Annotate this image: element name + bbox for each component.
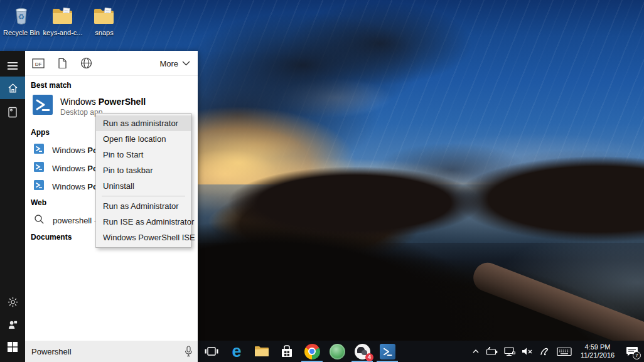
recycle-bin-icon: ♻	[9, 4, 34, 28]
start-button[interactable]	[0, 336, 25, 358]
rail-journal-button[interactable]	[0, 101, 25, 124]
globe-filter-icon	[80, 57, 92, 69]
clock-date: 11/21/2016	[581, 351, 614, 359]
menu-item-run-ise-as-administrator[interactable]: Run ISE as Administrator	[96, 214, 191, 230]
desktop: ♻ Recycle Bin keys-and-c...	[0, 0, 644, 362]
pen-icon	[539, 346, 551, 357]
powershell-icon	[34, 180, 44, 193]
powershell-icon	[33, 95, 53, 117]
rail-feedback-button[interactable]	[0, 313, 25, 336]
journal-icon	[8, 107, 18, 118]
app-result-text: Windows	[52, 182, 87, 191]
clock-time: 4:59 PM	[581, 343, 614, 351]
app-result-text: Windows	[52, 164, 87, 173]
powershell-icon	[380, 344, 395, 359]
folder-icon	[92, 4, 117, 28]
keyboard-icon	[557, 346, 572, 357]
menu-separator	[102, 196, 185, 196]
search-rail	[0, 51, 25, 362]
tray-windows-ink[interactable]	[536, 341, 554, 362]
green-app-icon	[330, 344, 345, 359]
menu-item-pin-to-start[interactable]: Pin to Start	[96, 147, 191, 162]
filter-web-button[interactable]	[75, 54, 97, 73]
web-section-label: Web	[31, 198, 46, 207]
tray-volume-muted[interactable]	[518, 341, 536, 362]
menu-item-run-as-administrator-2[interactable]: Run as Administrator	[96, 198, 191, 214]
desktop-icons: ♻ Recycle Bin keys-and-c...	[4, 4, 122, 36]
tray-battery[interactable]	[483, 341, 501, 362]
hamburger-icon	[7, 61, 18, 70]
search-icon	[34, 214, 45, 227]
battery-icon	[486, 346, 498, 356]
rail-home-button[interactable]	[0, 77, 25, 99]
desktop-icon-label: Recycle Bin	[3, 29, 40, 36]
tray-clock[interactable]: 4:59 PM 11/21/2016	[575, 341, 620, 362]
chrome-button[interactable]	[299, 341, 325, 362]
search-input[interactable]	[25, 347, 179, 356]
hamburger-menu-button[interactable]	[0, 55, 25, 77]
chrome-icon	[304, 344, 320, 359]
svg-text:♻: ♻	[18, 13, 25, 21]
desktop-icon-snaps-folder[interactable]: snaps	[87, 4, 122, 36]
filter-apps-button[interactable]: DF	[28, 54, 49, 73]
chat-app-button[interactable]: 4	[350, 341, 375, 362]
store-icon	[279, 344, 294, 359]
desktop-icon-label: snaps	[95, 29, 113, 36]
speaker-muted-icon	[521, 346, 534, 356]
apps-filter-icon: DF	[32, 58, 45, 68]
rail-settings-button[interactable]	[0, 290, 25, 313]
notification-badge: 4	[365, 353, 373, 361]
action-center-button[interactable]: 7	[620, 341, 644, 362]
desktop-icon-keys-folder[interactable]: keys-and-c...	[45, 4, 80, 36]
more-label: More	[159, 59, 178, 68]
result-title-bold: PowerShell	[99, 97, 146, 107]
green-app-button[interactable]	[325, 341, 350, 362]
powershell-taskbar-button[interactable]	[375, 341, 400, 362]
menu-item-windows-powershell-ise[interactable]: Windows PowerShell ISE	[96, 230, 191, 245]
tray-show-hidden-icons[interactable]	[468, 341, 483, 362]
windows-logo-icon	[8, 342, 18, 352]
task-view-button[interactable]	[199, 341, 224, 362]
feedback-person-icon	[8, 319, 18, 330]
search-box	[25, 341, 198, 362]
action-center-badge: 7	[633, 351, 641, 359]
menu-item-run-as-administrator[interactable]: Run as administrator	[96, 115, 191, 131]
search-filter-bar: DF More	[25, 51, 198, 76]
context-menu: Run as administrator Open file location …	[95, 113, 191, 248]
folder-icon	[50, 4, 75, 28]
file-explorer-button[interactable]	[249, 341, 274, 362]
store-button[interactable]	[274, 341, 299, 362]
web-result-query: powershell	[53, 216, 92, 225]
system-tray: 4:59 PM 11/21/2016 7	[468, 341, 644, 362]
home-icon	[8, 83, 18, 93]
menu-item-open-file-location[interactable]: Open file location	[96, 131, 191, 147]
menu-item-pin-to-taskbar[interactable]: Pin to taskbar	[96, 162, 191, 178]
task-view-icon	[204, 344, 219, 359]
tray-network[interactable]	[501, 341, 518, 362]
microphone-icon[interactable]	[179, 346, 198, 357]
gear-icon	[8, 297, 18, 307]
svg-text:DF: DF	[35, 61, 42, 67]
desktop-icon-label: keys-and-c...	[43, 29, 83, 36]
desktop-icon-recycle-bin[interactable]: ♻ Recycle Bin	[4, 4, 39, 36]
powershell-icon	[34, 144, 44, 156]
menu-item-uninstall[interactable]: Uninstall	[96, 178, 191, 194]
app-result-text: Windows	[52, 146, 87, 155]
documents-section-label: Documents	[31, 233, 72, 242]
chevron-up-icon	[471, 347, 480, 356]
best-match-label: Best match	[31, 81, 72, 90]
file-explorer-icon	[254, 344, 270, 359]
document-filter-icon	[58, 58, 67, 69]
result-title: Windows	[60, 97, 99, 107]
powershell-icon	[34, 162, 44, 174]
more-filters-button[interactable]: More	[159, 51, 190, 76]
chevron-down-icon	[182, 61, 190, 66]
edge-button[interactable]: e	[224, 341, 249, 362]
taskbar-apps: e	[199, 341, 400, 362]
edge-icon: e	[232, 344, 241, 359]
tray-touch-keyboard[interactable]	[554, 341, 575, 362]
network-icon	[503, 346, 516, 357]
filter-documents-button[interactable]	[51, 54, 73, 73]
apps-section-label: Apps	[31, 128, 50, 137]
